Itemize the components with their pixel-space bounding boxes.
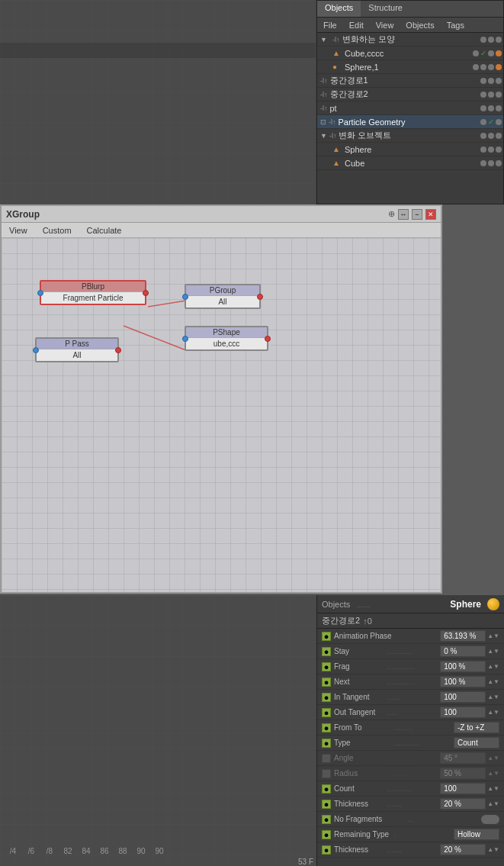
prop-thickness2[interactable]: ● Thickness ....... 20 % ▲▼ [317, 842, 504, 858]
node-port-left-blue [182, 336, 188, 342]
prop-arrow[interactable]: ▲▼ [487, 678, 499, 685]
prop-checkbox[interactable]: ● [322, 739, 331, 748]
prop-dots: ........... [387, 769, 441, 777]
prop-type[interactable]: ● Type ............ Count [317, 736, 504, 751]
prop-arrow[interactable]: ▲▼ [487, 785, 499, 792]
prop-label: Out Tangent [334, 708, 387, 716]
tree-row[interactable]: ⊡ -l↑ Particle Geometry ✓ [317, 115, 503, 129]
menu-edit[interactable]: Edit [343, 19, 370, 31]
menu-objects[interactable]: Objects [400, 19, 440, 31]
prop-arrow[interactable]: ▲▼ [487, 770, 499, 777]
tree-row[interactable]: ▼ -l↑ 변화 오브젝트 [317, 129, 503, 143]
prop-checkbox[interactable] [322, 754, 331, 763]
prop-value[interactable]: 63.193 % [440, 630, 486, 642]
prop-stay[interactable]: ● Stay ............ 0 % ▲▼ [317, 644, 504, 659]
prop-out-tangent[interactable]: ● Out Tangent ..... 100 ▲▼ [317, 705, 504, 720]
menu-view[interactable]: View [370, 19, 400, 31]
prop-label: Remaining Type [334, 830, 394, 839]
prop-checkbox[interactable]: ● [322, 693, 331, 702]
top-menubar: File Edit View Objects Tags [317, 18, 503, 33]
prop-checkbox[interactable]: ● [322, 632, 331, 641]
prop-dots: ....... [387, 845, 441, 854]
tree-item-label: Sphere,1 [345, 63, 473, 72]
tree-row[interactable]: ▲ Cube,cccc ✓ [317, 47, 503, 60]
prop-label: No Fragments [334, 815, 408, 823]
prop-count[interactable]: ● Count ............ 100 ▲▼ [317, 781, 504, 797]
tree-row[interactable]: ▼ -l↑ 변화하는 모양 [317, 33, 503, 47]
nav-num: /8 [41, 847, 58, 855]
prop-value[interactable]: 50 % [440, 768, 486, 779]
prop-checkbox[interactable]: ● [322, 815, 331, 824]
prop-value[interactable]: 100 % [440, 676, 486, 687]
prop-animation-phase[interactable]: ● Animation Phase 63.193 % ▲▼ [317, 629, 504, 644]
prop-checkbox[interactable]: ● [322, 723, 331, 732]
prop-arrow[interactable]: ▲▼ [487, 800, 499, 807]
prop-label: Stay [334, 647, 387, 655]
prop-no-fragments[interactable]: ● No Fragments ... [317, 812, 504, 827]
prop-checkbox[interactable]: ● [322, 830, 331, 839]
prop-arrow[interactable]: ▲▼ [487, 694, 499, 700]
prop-checkbox[interactable] [322, 769, 331, 778]
tree-row[interactable]: -l↑ 중간경로2 [317, 88, 503, 101]
prop-toggle[interactable] [481, 815, 499, 824]
node-pblurp[interactable]: PBlurp Fragment Particle [40, 280, 146, 305]
xgroup-menu-custom[interactable]: Custom [35, 224, 79, 237]
prop-value[interactable]: 100 % [440, 661, 486, 672]
tree-row[interactable]: ● Sphere,1 [317, 60, 503, 74]
prop-value[interactable]: 20 % [440, 798, 486, 810]
prop-arrow[interactable]: ▲▼ [487, 633, 499, 639]
prop-dots: ............. [387, 662, 441, 671]
xgroup-menu-view[interactable]: View [2, 224, 35, 237]
prop-arrow[interactable]: ▲▼ [487, 755, 499, 761]
node-pgroup[interactable]: PGroup All [185, 284, 261, 309]
prop-value[interactable]: 100 [440, 783, 486, 794]
prop-checkbox[interactable]: ● [322, 784, 331, 794]
prop-arrow[interactable]: ▲▼ [487, 846, 499, 853]
viewport-top[interactable] [0, 0, 316, 204]
xgroup-canvas[interactable]: PBlurp Fragment Particle PGroup All PSha… [2, 238, 441, 592]
tree-row[interactable]: -l↑ pt [317, 101, 503, 115]
prop-checkbox[interactable]: ● [322, 708, 331, 717]
prop-value[interactable]: 20 % [440, 844, 486, 855]
prop-value[interactable]: Hollow [454, 829, 499, 840]
tab-objects[interactable]: Objects [317, 1, 361, 17]
tree-row[interactable]: ▲ Sphere [317, 143, 503, 156]
tree-row[interactable]: -l↑ 중간경로1 [317, 74, 503, 88]
prop-checkbox[interactable]: ● [322, 647, 331, 656]
menu-tags[interactable]: Tags [441, 19, 470, 31]
xgroup-expand-btn[interactable]: ↔ [398, 209, 409, 220]
prop-frag[interactable]: ● Frag ............. 100 % ▲▼ [317, 659, 504, 674]
tree-row[interactable]: ▲ Cube [317, 156, 503, 170]
node-pshape[interactable]: PShape ube,ccc [185, 326, 268, 351]
viewport-bottom[interactable]: /4 /6 /8 82 84 86 88 90 90 53 F [0, 595, 316, 866]
svg-line-0 [148, 301, 186, 307]
prop-value[interactable]: 0 % [440, 645, 486, 657]
prop-radius[interactable]: Radius ........... 50 % ▲▼ [317, 766, 504, 781]
prop-checkbox[interactable]: ● [322, 662, 331, 671]
prop-remaining-type[interactable]: ● Remaining Type . Hollow [317, 827, 504, 842]
tab-structure[interactable]: Structure [361, 1, 410, 17]
xgroup-menu-calculate[interactable]: Calculate [79, 224, 130, 237]
prop-arrow[interactable]: ▲▼ [487, 709, 499, 716]
prop-dots: ......... [394, 723, 454, 732]
prop-in-tangent[interactable]: ● In Tangent ...... 100 ▲▼ [317, 690, 504, 705]
prop-value[interactable]: 45 ° [440, 752, 486, 764]
prop-from-to[interactable]: ● From To ......... -Z to +Z [317, 720, 504, 736]
xgroup-close-btn[interactable]: ✕ [425, 209, 436, 220]
prop-next[interactable]: ● Next ............. 100 % ▲▼ [317, 674, 504, 690]
prop-checkbox[interactable]: ● [322, 845, 331, 855]
node-ppass[interactable]: P Pass All [35, 337, 119, 362]
menu-file[interactable]: File [317, 19, 343, 31]
xgroup-minimize-btn[interactable]: − [412, 209, 422, 220]
prop-checkbox[interactable]: ● [322, 678, 331, 687]
prop-value[interactable]: 100 [440, 707, 486, 718]
prop-value[interactable]: -Z to +Z [454, 722, 499, 733]
prop-arrow[interactable]: ▲▼ [487, 648, 499, 655]
prop-value[interactable]: 100 [440, 691, 486, 703]
node-body: ube,ccc [186, 338, 267, 349]
prop-arrow[interactable]: ▲▼ [487, 663, 499, 670]
prop-thickness[interactable]: ● Thickness ....... 20 % ▲▼ [317, 797, 504, 812]
prop-angle[interactable]: Angle ............ 45 ° ▲▼ [317, 751, 504, 766]
prop-checkbox[interactable]: ● [322, 800, 331, 809]
prop-value[interactable]: Count [454, 737, 499, 748]
